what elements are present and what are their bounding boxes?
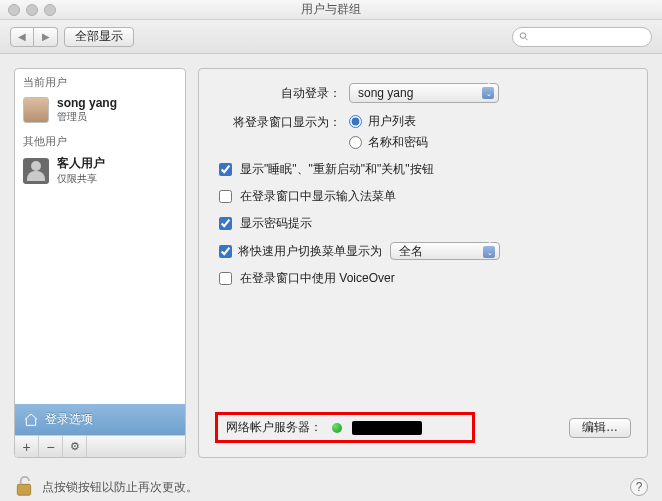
user-name: song yang: [57, 96, 117, 110]
svg-rect-2: [17, 484, 30, 495]
check-voiceover[interactable]: 在登录窗口中使用 VoiceOver: [219, 270, 631, 287]
minimize-icon[interactable]: [26, 4, 38, 16]
edit-button[interactable]: 编辑…: [569, 418, 631, 438]
lock-text: 点按锁按钮以防止再次更改。: [42, 479, 198, 496]
footer: 点按锁按钮以防止再次更改。 ?: [0, 472, 662, 501]
network-account-label: 网络帐户服务器：: [226, 419, 322, 436]
zoom-icon[interactable]: [44, 4, 56, 16]
sidebar-current-user[interactable]: song yang 管理员: [15, 92, 185, 128]
radio-name-password[interactable]: 名称和密码: [349, 134, 428, 151]
actions-button[interactable]: ⚙: [63, 436, 87, 457]
window-title: 用户与群组: [301, 1, 361, 18]
current-user-header: 当前用户: [15, 69, 185, 92]
network-account-highlight: 网络帐户服务器：: [215, 412, 475, 443]
auto-login-label: 自动登录：: [215, 85, 341, 102]
fast-switch-popup[interactable]: 全名: [390, 242, 500, 260]
check-fast-switch[interactable]: 将快速用户切换菜单显示为: [219, 243, 382, 260]
sidebar-controls: + − ⚙: [15, 435, 185, 457]
back-button[interactable]: ◀: [10, 27, 34, 47]
show-all-button[interactable]: 全部显示: [64, 27, 134, 47]
guest-name: 客人用户: [57, 155, 105, 172]
sidebar-guest-user[interactable]: 客人用户 仅限共享: [15, 151, 185, 190]
radio-user-list[interactable]: 用户列表: [349, 113, 428, 130]
login-options-panel: 自动登录： song yang 将登录窗口显示为： 用户列表 名称和密码 显示"…: [198, 68, 648, 458]
status-dot-icon: [332, 423, 342, 433]
window-controls: [8, 4, 56, 16]
login-options-label: 登录选项: [45, 411, 93, 428]
add-user-button[interactable]: +: [15, 436, 39, 457]
toolbar: ◀ ▶ 全部显示: [0, 20, 662, 54]
forward-button[interactable]: ▶: [34, 27, 58, 47]
search-field[interactable]: [512, 27, 652, 47]
search-icon: [519, 31, 529, 42]
check-password-hint[interactable]: 显示密码提示: [219, 215, 631, 232]
close-icon[interactable]: [8, 4, 20, 16]
other-users-header: 其他用户: [15, 128, 185, 151]
nav-buttons: ◀ ▶: [10, 27, 58, 47]
user-role: 管理员: [57, 110, 117, 124]
unlocked-lock-icon: [14, 474, 34, 498]
auto-login-popup[interactable]: song yang: [349, 83, 499, 103]
house-icon: [23, 412, 39, 428]
display-as-label: 将登录窗口显示为：: [215, 113, 341, 131]
lock-button[interactable]: [14, 474, 34, 501]
user-avatar: [23, 97, 49, 123]
search-input[interactable]: [533, 31, 645, 43]
title-bar: 用户与群组: [0, 0, 662, 20]
user-sidebar: 当前用户 song yang 管理员 其他用户 客人用户 仅限共享 登录选项 +…: [14, 68, 186, 458]
remove-user-button[interactable]: −: [39, 436, 63, 457]
svg-point-0: [520, 33, 526, 39]
redacted-server: [352, 421, 422, 435]
check-sleep-restart-shutdown[interactable]: 显示"睡眠"、"重新启动"和"关机"按钮: [219, 161, 631, 178]
svg-line-1: [525, 38, 527, 40]
login-options-row[interactable]: 登录选项: [15, 404, 185, 435]
check-input-menu[interactable]: 在登录窗口中显示输入法菜单: [219, 188, 631, 205]
guest-avatar-icon: [23, 158, 49, 184]
guest-role: 仅限共享: [57, 172, 105, 186]
help-button[interactable]: ?: [630, 478, 648, 496]
